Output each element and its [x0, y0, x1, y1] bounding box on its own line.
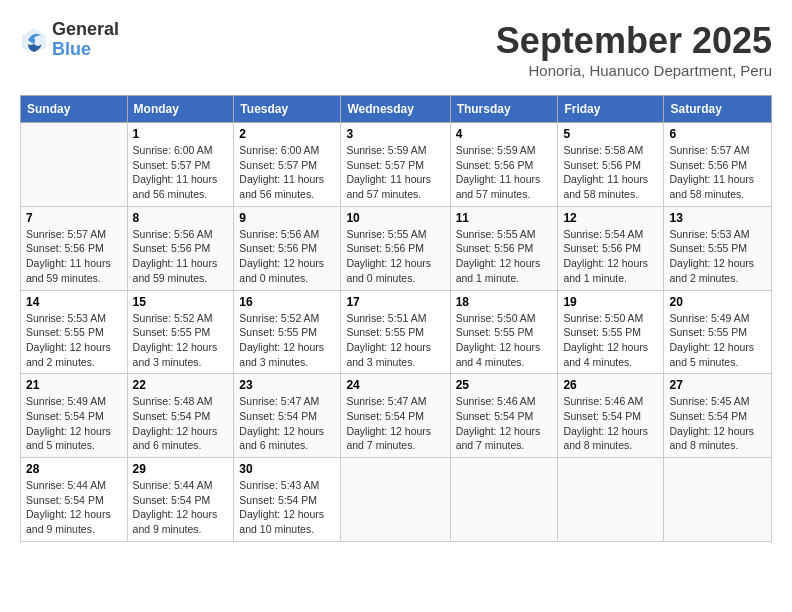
day-number: 4 — [456, 127, 553, 141]
calendar-cell: 18Sunrise: 5:50 AMSunset: 5:55 PMDayligh… — [450, 290, 558, 374]
day-number: 7 — [26, 211, 122, 225]
logo-text: General Blue — [52, 20, 119, 60]
day-info: Sunrise: 5:54 AMSunset: 5:56 PMDaylight:… — [563, 227, 658, 286]
day-info: Sunrise: 5:56 AMSunset: 5:56 PMDaylight:… — [133, 227, 229, 286]
calendar-cell: 28Sunrise: 5:44 AMSunset: 5:54 PMDayligh… — [21, 458, 128, 542]
day-info: Sunrise: 5:44 AMSunset: 5:54 PMDaylight:… — [26, 478, 122, 537]
day-number: 20 — [669, 295, 766, 309]
day-info: Sunrise: 5:56 AMSunset: 5:56 PMDaylight:… — [239, 227, 335, 286]
day-number: 9 — [239, 211, 335, 225]
day-info: Sunrise: 5:49 AMSunset: 5:54 PMDaylight:… — [26, 394, 122, 453]
day-number: 13 — [669, 211, 766, 225]
day-info: Sunrise: 5:47 AMSunset: 5:54 PMDaylight:… — [346, 394, 444, 453]
day-number: 1 — [133, 127, 229, 141]
day-number: 24 — [346, 378, 444, 392]
day-info: Sunrise: 5:59 AMSunset: 5:56 PMDaylight:… — [456, 143, 553, 202]
header-cell-monday: Monday — [127, 96, 234, 123]
day-info: Sunrise: 5:57 AMSunset: 5:56 PMDaylight:… — [26, 227, 122, 286]
day-number: 10 — [346, 211, 444, 225]
day-number: 15 — [133, 295, 229, 309]
calendar-cell: 29Sunrise: 5:44 AMSunset: 5:54 PMDayligh… — [127, 458, 234, 542]
day-number: 14 — [26, 295, 122, 309]
day-number: 26 — [563, 378, 658, 392]
calendar-cell: 9Sunrise: 5:56 AMSunset: 5:56 PMDaylight… — [234, 206, 341, 290]
calendar-cell: 21Sunrise: 5:49 AMSunset: 5:54 PMDayligh… — [21, 374, 128, 458]
day-info: Sunrise: 5:45 AMSunset: 5:54 PMDaylight:… — [669, 394, 766, 453]
calendar-cell: 14Sunrise: 5:53 AMSunset: 5:55 PMDayligh… — [21, 290, 128, 374]
month-title: September 2025 — [496, 20, 772, 62]
header-cell-friday: Friday — [558, 96, 664, 123]
day-info: Sunrise: 5:50 AMSunset: 5:55 PMDaylight:… — [456, 311, 553, 370]
day-info: Sunrise: 5:52 AMSunset: 5:55 PMDaylight:… — [239, 311, 335, 370]
day-info: Sunrise: 5:53 AMSunset: 5:55 PMDaylight:… — [669, 227, 766, 286]
calendar-cell: 2Sunrise: 6:00 AMSunset: 5:57 PMDaylight… — [234, 123, 341, 207]
calendar-cell: 4Sunrise: 5:59 AMSunset: 5:56 PMDaylight… — [450, 123, 558, 207]
calendar-cell: 15Sunrise: 5:52 AMSunset: 5:55 PMDayligh… — [127, 290, 234, 374]
day-info: Sunrise: 5:43 AMSunset: 5:54 PMDaylight:… — [239, 478, 335, 537]
title-block: September 2025 Honoria, Huanuco Departme… — [496, 20, 772, 79]
day-number: 12 — [563, 211, 658, 225]
logo-blue-text: Blue — [52, 40, 119, 60]
day-number: 19 — [563, 295, 658, 309]
logo: General Blue — [20, 20, 119, 60]
day-number: 16 — [239, 295, 335, 309]
day-number: 17 — [346, 295, 444, 309]
calendar-cell: 19Sunrise: 5:50 AMSunset: 5:55 PMDayligh… — [558, 290, 664, 374]
calendar-cell: 22Sunrise: 5:48 AMSunset: 5:54 PMDayligh… — [127, 374, 234, 458]
day-number: 5 — [563, 127, 658, 141]
location-subtitle: Honoria, Huanuco Department, Peru — [496, 62, 772, 79]
calendar-cell — [450, 458, 558, 542]
day-info: Sunrise: 6:00 AMSunset: 5:57 PMDaylight:… — [133, 143, 229, 202]
calendar-cell: 11Sunrise: 5:55 AMSunset: 5:56 PMDayligh… — [450, 206, 558, 290]
day-info: Sunrise: 5:50 AMSunset: 5:55 PMDaylight:… — [563, 311, 658, 370]
day-info: Sunrise: 5:52 AMSunset: 5:55 PMDaylight:… — [133, 311, 229, 370]
calendar-cell — [21, 123, 128, 207]
day-info: Sunrise: 5:44 AMSunset: 5:54 PMDaylight:… — [133, 478, 229, 537]
logo-icon — [20, 26, 48, 54]
day-info: Sunrise: 5:59 AMSunset: 5:57 PMDaylight:… — [346, 143, 444, 202]
week-row-2: 7Sunrise: 5:57 AMSunset: 5:56 PMDaylight… — [21, 206, 772, 290]
calendar-cell — [341, 458, 450, 542]
header-cell-sunday: Sunday — [21, 96, 128, 123]
day-info: Sunrise: 6:00 AMSunset: 5:57 PMDaylight:… — [239, 143, 335, 202]
calendar-cell — [664, 458, 772, 542]
calendar-cell: 27Sunrise: 5:45 AMSunset: 5:54 PMDayligh… — [664, 374, 772, 458]
day-info: Sunrise: 5:47 AMSunset: 5:54 PMDaylight:… — [239, 394, 335, 453]
calendar-cell: 12Sunrise: 5:54 AMSunset: 5:56 PMDayligh… — [558, 206, 664, 290]
calendar-cell: 20Sunrise: 5:49 AMSunset: 5:55 PMDayligh… — [664, 290, 772, 374]
calendar-cell: 8Sunrise: 5:56 AMSunset: 5:56 PMDaylight… — [127, 206, 234, 290]
header-row: SundayMondayTuesdayWednesdayThursdayFrid… — [21, 96, 772, 123]
header-cell-wednesday: Wednesday — [341, 96, 450, 123]
day-info: Sunrise: 5:51 AMSunset: 5:55 PMDaylight:… — [346, 311, 444, 370]
calendar-cell: 24Sunrise: 5:47 AMSunset: 5:54 PMDayligh… — [341, 374, 450, 458]
day-info: Sunrise: 5:46 AMSunset: 5:54 PMDaylight:… — [456, 394, 553, 453]
day-info: Sunrise: 5:46 AMSunset: 5:54 PMDaylight:… — [563, 394, 658, 453]
week-row-5: 28Sunrise: 5:44 AMSunset: 5:54 PMDayligh… — [21, 458, 772, 542]
day-number: 27 — [669, 378, 766, 392]
day-info: Sunrise: 5:48 AMSunset: 5:54 PMDaylight:… — [133, 394, 229, 453]
week-row-1: 1Sunrise: 6:00 AMSunset: 5:57 PMDaylight… — [21, 123, 772, 207]
calendar-cell: 5Sunrise: 5:58 AMSunset: 5:56 PMDaylight… — [558, 123, 664, 207]
calendar-cell: 7Sunrise: 5:57 AMSunset: 5:56 PMDaylight… — [21, 206, 128, 290]
day-number: 6 — [669, 127, 766, 141]
logo-general-text: General — [52, 20, 119, 40]
day-number: 22 — [133, 378, 229, 392]
header-cell-thursday: Thursday — [450, 96, 558, 123]
day-info: Sunrise: 5:58 AMSunset: 5:56 PMDaylight:… — [563, 143, 658, 202]
week-row-4: 21Sunrise: 5:49 AMSunset: 5:54 PMDayligh… — [21, 374, 772, 458]
day-number: 21 — [26, 378, 122, 392]
day-number: 30 — [239, 462, 335, 476]
calendar-cell: 30Sunrise: 5:43 AMSunset: 5:54 PMDayligh… — [234, 458, 341, 542]
header-cell-tuesday: Tuesday — [234, 96, 341, 123]
day-number: 11 — [456, 211, 553, 225]
day-number: 28 — [26, 462, 122, 476]
day-info: Sunrise: 5:49 AMSunset: 5:55 PMDaylight:… — [669, 311, 766, 370]
header-cell-saturday: Saturday — [664, 96, 772, 123]
day-info: Sunrise: 5:57 AMSunset: 5:56 PMDaylight:… — [669, 143, 766, 202]
day-number: 25 — [456, 378, 553, 392]
calendar-cell: 10Sunrise: 5:55 AMSunset: 5:56 PMDayligh… — [341, 206, 450, 290]
calendar-cell: 16Sunrise: 5:52 AMSunset: 5:55 PMDayligh… — [234, 290, 341, 374]
calendar-cell — [558, 458, 664, 542]
calendar-cell: 26Sunrise: 5:46 AMSunset: 5:54 PMDayligh… — [558, 374, 664, 458]
calendar-cell: 6Sunrise: 5:57 AMSunset: 5:56 PMDaylight… — [664, 123, 772, 207]
